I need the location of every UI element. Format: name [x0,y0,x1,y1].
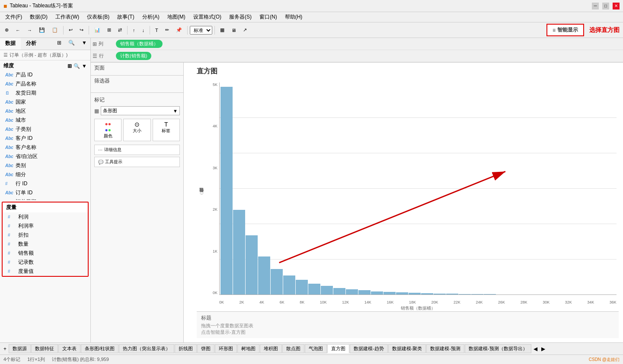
add-tab-icon[interactable]: + [2,345,8,353]
menu-analysis[interactable]: 分析(A) [139,13,163,22]
tab-data[interactable]: 数据 [0,38,21,50]
marks-label-card[interactable]: T 标签 [153,119,180,141]
bar-20 [471,294,483,294]
panel-menu-icon[interactable]: ▼ [78,38,90,50]
tab-line-chart[interactable]: 折线图 [175,344,197,353]
field-customer-name[interactable]: Abc 客户名称 [0,143,90,152]
toolbar-new-ds[interactable]: 📋 [49,25,61,35]
format-dropdown[interactable]: 标准 [190,26,212,35]
toolbar-text[interactable]: T [152,26,161,35]
field-country[interactable]: Abc 国家 [0,98,90,107]
scroll-right-icon[interactable]: ▶ [540,345,547,353]
toolbar-annotate[interactable]: ✏ [162,25,172,35]
field-region[interactable]: Abc 地区 [0,107,90,116]
menu-data[interactable]: 数据(D) [26,13,51,22]
field-order-date[interactable]: 🗓 订单日期 [0,197,90,200]
field-product-id[interactable]: Abc 产品 ID [0,70,90,79]
tab-modeling-forecast[interactable]: 数据建模-预测 [426,344,464,353]
tab-analysis[interactable]: 分析 [21,38,42,50]
field-customer-id[interactable]: Abc 客户 ID [0,134,90,143]
tab-donut-chart[interactable]: 环形图 [215,344,237,353]
columns-pill[interactable]: 销售额（数据桶） [116,40,163,48]
app-icon: ■ [3,3,7,9]
toolbar-redo[interactable]: ↪ [77,25,86,35]
field-profit-rate[interactable]: # 利润率 [3,222,88,231]
panel-search-icon[interactable]: 🔍 [65,38,78,50]
field-quantity[interactable]: # 数量 [3,240,88,249]
rows-pill[interactable]: 计数(销售额) [116,52,151,60]
scroll-left-icon[interactable]: ◀ [532,345,539,353]
y-tick-5k: 5K [213,82,218,87]
panel-grid-icon[interactable]: ⊞ [54,38,65,50]
field-profit[interactable]: # 利润 [3,212,88,222]
menu-dashboard[interactable]: 仪表板(B) [83,13,113,22]
status-sum: 计数(销售额) 的总和: 9,959 [52,356,109,363]
x-axis: 0K 2K 4K 6K 8K 10K 12K 14K 16K 18K 20K 2… [219,300,617,304]
toolbar-sort-desc[interactable]: ↓ [139,26,148,35]
menu-help[interactable]: 帮助(H) [281,13,306,22]
toolbar-table[interactable]: ⊞ [104,25,114,35]
toolbar-save[interactable]: 💾 [36,25,48,35]
menu-story[interactable]: 故事(T) [114,13,137,22]
marks-type-dropdown[interactable]: 条形图 ▼ [101,106,180,115]
dimensions-grid-icon[interactable]: ⊞ [67,63,72,69]
tab-stacked[interactable]: 堆积图 [260,344,282,353]
field-measure-values[interactable]: # 度量值 [3,267,88,276]
dimensions-search-icon[interactable]: 🔍 [73,63,80,69]
toolbar-back[interactable]: ← [13,26,23,35]
menu-window[interactable]: 窗口(N) [256,13,281,22]
menu-server[interactable]: 服务器(S) [226,13,255,22]
menu-map[interactable]: 地图(M) [164,13,189,22]
toolbar-forward[interactable]: → [24,26,35,35]
tab-data-features[interactable]: 数据特征 [31,344,58,353]
field-ship-date[interactable]: 🗓 发货日期 [0,89,90,98]
marks-detail-card[interactable]: ⋯ 详细信息 [94,145,180,155]
tab-scatter[interactable]: 散点图 [282,344,304,353]
tab-heatmap[interactable]: 热力图（突出显示表） [119,344,174,353]
field-province[interactable]: Abc 省/自治区 [0,152,90,161]
toolbar-swap[interactable]: ⇄ [115,25,125,35]
tab-text-table[interactable]: 文本表 [58,344,80,353]
field-record-count[interactable]: # 记录数 [3,258,88,267]
field-subcategory[interactable]: Abc 子类别 [0,125,90,134]
marks-size-card[interactable]: ⊙ 大小 [123,119,150,141]
field-order-id[interactable]: Abc 订单 ID [0,188,90,197]
field-city[interactable]: Abc 城市 [0,116,90,125]
dimensions-menu-icon[interactable]: ▼ [82,63,87,69]
toolbar-sort-asc[interactable]: ↑ [130,26,138,35]
maximize-button[interactable]: □ [602,3,609,9]
tab-modeling-trend[interactable]: 数据建模-趋势 [350,344,388,353]
tab-datasource[interactable]: 数据源 [9,344,31,353]
marks-tooltip-card[interactable]: 💬 工具提示 [94,157,180,167]
toolbar-pin[interactable]: 📌 [173,25,185,35]
field-product-name[interactable]: Abc 产品名称 [0,79,90,89]
tab-pie-chart[interactable]: 饼图 [197,344,214,353]
tab-modeling-cluster[interactable]: 数据建模-聚类 [388,344,426,353]
columns-label: ⊞ 列 [93,41,114,47]
field-discount[interactable]: # 折扣 [3,231,88,240]
smart-show-button[interactable]: ≡ 智能显示 [546,24,584,36]
field-row-id[interactable]: # 行 ID [0,179,90,188]
tab-bar-chart[interactable]: 条形图/柱状图 [81,344,118,353]
menu-format[interactable]: 设置格式(O) [190,13,225,22]
tab-bubble[interactable]: 气泡图 [305,344,327,353]
minimize-button[interactable]: ─ [592,3,599,9]
x-tick-22k: 22K [454,300,460,304]
toolbar-monitor[interactable]: 🖥 [228,26,239,35]
tab-histogram[interactable]: 直方图 [327,344,349,353]
toolbar-chart[interactable]: 📊 [91,25,103,35]
data-source-row[interactable]: ☰ 订单（示例 - 超市（原版）) [0,50,90,60]
field-category[interactable]: Abc 类别 [0,161,90,170]
field-segment[interactable]: Abc 细分 [0,170,90,179]
close-button[interactable]: ✕ [613,3,620,9]
toolbar-share[interactable]: ↗ [240,25,250,35]
field-sales[interactable]: # 销售额 [3,249,88,258]
tab-modeling-export[interactable]: 数据建模-预测（数据导出） [465,344,531,353]
menu-file[interactable]: 文件(F) [2,13,26,22]
toolbar-undo[interactable]: ↩ [66,25,76,35]
marks-color-card[interactable]: ●●●● 颜色 [94,119,121,141]
toolbar-bar-chart[interactable]: ▦ [217,25,227,35]
tab-treemap[interactable]: 树地图 [237,344,259,353]
toolbar-refresh[interactable]: ⊕ [2,25,12,35]
menu-worksheet[interactable]: 工作表(W) [52,13,83,22]
